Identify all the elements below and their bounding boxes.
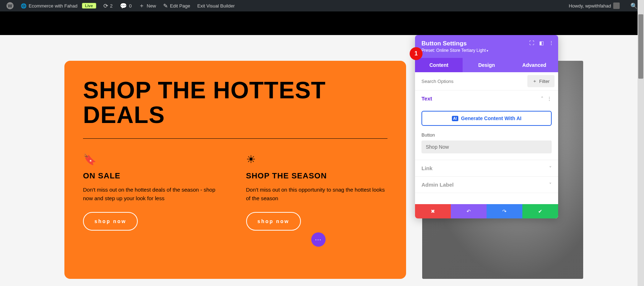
wp-admin-bar: W 🌐 Ecommerce with Fahad Live ⟳ 2 💬 0 ＋ … xyxy=(0,0,644,11)
divider xyxy=(83,138,387,139)
block-text: Don't miss out on the hottest deals of t… xyxy=(83,186,225,203)
wordpress-icon: W xyxy=(6,2,14,9)
block-title: ON SALE xyxy=(83,171,225,181)
user-avatar xyxy=(613,3,620,9)
updates-menu[interactable]: ⟳ 2 xyxy=(100,0,116,11)
button-field-label: Button xyxy=(421,132,552,138)
comment-icon: 💬 xyxy=(120,3,127,9)
redo-icon: ↷ xyxy=(502,208,507,214)
close-icon: ✖ xyxy=(431,208,435,214)
section-text: Text ˄ ⋮ AI Generate Content With AI But… xyxy=(415,90,558,160)
site-name: Ecommerce with Fahad xyxy=(29,3,78,9)
search-icon: 🔍 xyxy=(630,3,638,9)
howdy-label: Howdy, wpwithfahad xyxy=(569,3,611,9)
kebab-icon[interactable]: ⋮ xyxy=(547,96,552,101)
shop-now-button[interactable]: shop now xyxy=(83,212,138,231)
new-label: New xyxy=(147,3,156,9)
module-actions-fab[interactable]: ⋯ xyxy=(311,232,326,247)
filter-label: Filter xyxy=(539,79,550,84)
block-title: SHOP THE SEASON xyxy=(246,171,388,181)
tab-content[interactable]: Content xyxy=(415,58,463,72)
save-button[interactable]: ✔ xyxy=(522,204,558,218)
redo-button[interactable]: ↷ xyxy=(487,204,522,218)
comments-count: 0 xyxy=(129,3,132,9)
plus-icon: ＋ xyxy=(532,78,537,84)
updates-icon: ⟳ xyxy=(103,3,108,9)
chevron-down-icon: ˅ xyxy=(549,166,552,171)
step-marker-1: 1 xyxy=(410,47,423,60)
ai-icon: AI xyxy=(452,116,458,121)
generate-ai-button[interactable]: AI Generate Content With AI xyxy=(421,111,552,126)
section-link-toggle[interactable]: Link ˅ xyxy=(415,160,558,176)
updates-count: 2 xyxy=(110,3,113,9)
wp-logo-menu[interactable]: W xyxy=(3,0,17,11)
page-header-strip xyxy=(0,11,644,35)
shop-now-button[interactable]: shop now xyxy=(246,212,301,231)
edit-page-label: Edit Page xyxy=(170,3,190,9)
window-scrollbar[interactable] xyxy=(638,0,644,286)
scrollbar-thumb[interactable] xyxy=(638,14,643,79)
panel-tabs: Content Design Advanced xyxy=(415,58,558,72)
user-menu[interactable]: Howdy, wpwithfahad xyxy=(565,0,623,11)
panel-header[interactable]: Button Settings Preset: Online Store Ter… xyxy=(415,35,558,58)
section-link: Link ˅ xyxy=(415,160,558,177)
bookmark-icon: 🔖 xyxy=(83,153,225,166)
options-search-input[interactable] xyxy=(419,76,525,87)
tab-design[interactable]: Design xyxy=(463,58,510,72)
hero-block-on-sale: 🔖 ON SALE Don't miss out on the hottest … xyxy=(83,153,225,231)
expand-icon[interactable]: ⛶ xyxy=(529,40,534,46)
check-icon: ✔ xyxy=(538,208,542,214)
edit-page-link[interactable]: ✎ Edit Page xyxy=(160,0,194,11)
block-text: Don't miss out on this opportunity to sn… xyxy=(246,186,388,203)
discard-button[interactable]: ✖ xyxy=(415,204,451,218)
globe-icon: 🌐 xyxy=(21,3,26,9)
section-admin-label: Admin Label ˅ xyxy=(415,177,558,193)
panel-search-row: ＋ Filter xyxy=(415,72,558,90)
new-content-menu[interactable]: ＋ New xyxy=(135,0,160,11)
plus-icon: ＋ xyxy=(139,2,145,10)
module-settings-panel: Button Settings Preset: Online Store Ter… xyxy=(415,35,558,218)
filter-button[interactable]: ＋ Filter xyxy=(527,75,555,87)
live-badge: Live xyxy=(82,3,96,9)
exit-visual-builder-link[interactable]: Exit Visual Builder xyxy=(194,0,238,11)
panel-preset-dropdown[interactable]: Preset: Online Store Tertiary Light xyxy=(421,48,552,53)
hero-card: SHOP THE HOTTEST DEALS 🔖 ON SALE Don't m… xyxy=(64,61,406,279)
kebab-icon[interactable]: ⋮ xyxy=(549,40,554,46)
comments-menu[interactable]: 💬 0 xyxy=(116,0,135,11)
panel-body: Text ˄ ⋮ AI Generate Content With AI But… xyxy=(415,90,558,204)
panel-footer: ✖ ↶ ↷ ✔ xyxy=(415,204,558,218)
button-text-input[interactable] xyxy=(421,140,552,153)
dots-icon: ⋯ xyxy=(315,236,322,243)
sun-icon: ☀ xyxy=(246,153,388,166)
section-text-toggle[interactable]: Text ˄ ⋮ xyxy=(415,90,558,107)
dock-icon[interactable]: ◧ xyxy=(539,40,544,46)
undo-icon: ↶ xyxy=(467,208,471,214)
section-admin-label-toggle[interactable]: Admin Label ˅ xyxy=(415,177,558,193)
hero-headline: SHOP THE HOTTEST DEALS xyxy=(83,78,387,128)
chevron-up-icon: ˄ xyxy=(541,96,543,101)
site-name-menu[interactable]: 🌐 Ecommerce with Fahad Live xyxy=(17,0,100,11)
tab-advanced[interactable]: Advanced xyxy=(511,58,558,72)
exit-builder-label: Exit Visual Builder xyxy=(197,3,235,9)
undo-button[interactable]: ↶ xyxy=(451,204,487,218)
chevron-down-icon: ˅ xyxy=(549,182,552,187)
pencil-icon: ✎ xyxy=(163,3,168,9)
hero-block-shop-season: ☀ SHOP THE SEASON Don't miss out on this… xyxy=(246,153,388,231)
